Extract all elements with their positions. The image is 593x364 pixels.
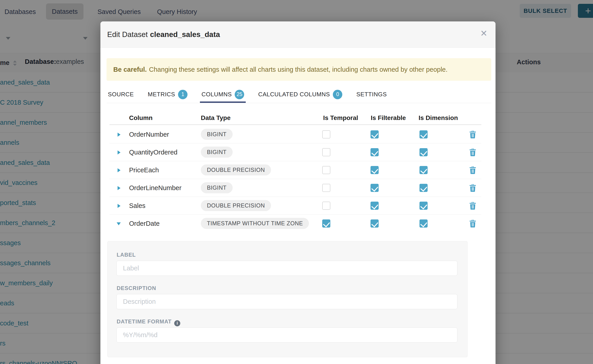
tab-label: SOURCE (108, 91, 134, 98)
tab-columns[interactable]: COLUMNS 25 (202, 86, 244, 103)
warning-text: Changing these settings will affect all … (149, 66, 448, 73)
close-icon[interactable]: ✕ (480, 29, 488, 38)
column-name: Sales (129, 197, 145, 214)
data-type-pill: BIGINT (201, 147, 233, 158)
data-type-pill: BIGINT (201, 182, 233, 193)
warning-bold-text: Be careful. (113, 66, 147, 73)
delete-column-icon[interactable] (469, 130, 476, 138)
data-type-pill: DOUBLE PRECISION (201, 200, 271, 211)
column-row-priceeach: PriceEach DOUBLE PRECISION (109, 161, 481, 179)
modal-header: Edit Dataset cleaned_sales_data ✕ (100, 21, 495, 48)
is-filterable-checkbox[interactable] (370, 184, 379, 192)
metrics-count-badge: 1 (178, 90, 188, 99)
column-name: QuantityOrdered (129, 143, 177, 161)
is-dimension-header: Is Dimension (419, 114, 458, 122)
is-dimension-checkbox[interactable] (420, 184, 428, 192)
tab-label: CALCULATED COLUMNS (258, 91, 330, 98)
column-name: PriceEach (129, 161, 159, 179)
tab-calculated-columns[interactable]: CALCULATED COLUMNS 0 (258, 86, 342, 103)
column-detail-panel: LABEL DESCRIPTION DATETIME FORMATi (107, 241, 468, 357)
modal-tabs: SOURCE METRICS 1 COLUMNS 25 CALCULATED C… (108, 86, 387, 103)
expand-caret-icon[interactable] (118, 133, 120, 137)
modal-title-prefix: Edit Dataset (107, 30, 148, 39)
is-filterable-header: Is Filterable (371, 114, 406, 122)
column-row-orderlinenumber: OrderLineNumber BIGINT (109, 179, 481, 197)
is-temporal-checkbox[interactable] (322, 166, 330, 174)
is-dimension-checkbox[interactable] (420, 148, 428, 156)
label-field-label: LABEL (117, 252, 136, 258)
description-field-label: DESCRIPTION (117, 285, 156, 291)
edit-dataset-modal: Edit Dataset cleaned_sales_data ✕ Be car… (100, 21, 495, 364)
is-dimension-checkbox[interactable] (420, 130, 428, 138)
delete-column-icon[interactable] (469, 148, 476, 156)
columns-table: OrderNumber BIGINT QuantityOrdered BIGIN… (109, 126, 481, 232)
is-temporal-checkbox[interactable] (322, 148, 330, 156)
is-dimension-checkbox[interactable] (420, 166, 428, 174)
column-row-sales: Sales DOUBLE PRECISION (109, 197, 481, 215)
columns-count-badge: 25 (235, 90, 244, 99)
app-screen: Databases Datasets Saved Queries Query H… (0, 0, 593, 364)
column-row-orderdate-expanded: OrderDate TIMESTAMP WITHOUT TIME ZONE (109, 215, 481, 232)
modal-title: Edit Dataset cleaned_sales_data (107, 21, 220, 47)
table-header-border (109, 124, 481, 125)
modal-title-dataset-name: cleaned_sales_data (150, 30, 220, 39)
expand-caret-icon[interactable] (118, 204, 120, 208)
is-dimension-checkbox[interactable] (420, 202, 428, 210)
expand-caret-icon[interactable] (118, 168, 120, 172)
is-filterable-checkbox[interactable] (370, 148, 379, 156)
tab-metrics[interactable]: METRICS 1 (148, 86, 188, 103)
label-input[interactable] (116, 261, 457, 276)
is-temporal-checkbox[interactable] (322, 220, 330, 228)
data-type-pill: TIMESTAMP WITHOUT TIME ZONE (201, 218, 309, 229)
is-filterable-checkbox[interactable] (370, 202, 379, 210)
delete-column-icon[interactable] (469, 220, 476, 228)
is-filterable-checkbox[interactable] (370, 130, 379, 138)
data-type-header: Data Type (201, 114, 231, 122)
column-name: OrderLineNumber (129, 179, 181, 197)
column-row-quantityordered: QuantityOrdered BIGINT (109, 143, 481, 161)
is-temporal-header: Is Temporal (323, 114, 358, 122)
tab-label: COLUMNS (202, 91, 232, 98)
collapse-caret-icon[interactable] (117, 222, 121, 225)
column-header: Column (129, 114, 152, 122)
data-type-pill: BIGINT (201, 129, 233, 140)
is-temporal-checkbox[interactable] (322, 202, 330, 210)
data-type-pill: DOUBLE PRECISION (201, 164, 271, 176)
tab-label: SETTINGS (356, 91, 387, 98)
column-name: OrderDate (129, 215, 159, 232)
expand-caret-icon[interactable] (118, 186, 120, 190)
is-dimension-checkbox[interactable] (420, 220, 428, 228)
warning-banner: Be careful. Changing these settings will… (106, 58, 491, 81)
delete-column-icon[interactable] (469, 166, 476, 174)
tabs-divider (107, 103, 491, 103)
description-input[interactable] (116, 294, 457, 309)
datetime-format-label-text: DATETIME FORMAT (117, 318, 171, 325)
datetime-format-field-label: DATETIME FORMATi (117, 318, 180, 326)
delete-column-icon[interactable] (469, 202, 476, 210)
expand-caret-icon[interactable] (118, 150, 120, 155)
is-temporal-checkbox[interactable] (322, 184, 330, 192)
is-filterable-checkbox[interactable] (370, 220, 379, 228)
calculated-columns-count-badge: 0 (333, 90, 342, 99)
is-filterable-checkbox[interactable] (370, 166, 379, 174)
column-name: OrderNumber (129, 126, 169, 143)
column-row-ordernumber: OrderNumber BIGINT (109, 126, 481, 143)
tab-label: METRICS (148, 91, 175, 98)
delete-column-icon[interactable] (469, 184, 476, 192)
info-icon[interactable]: i (174, 320, 180, 326)
is-temporal-checkbox[interactable] (322, 130, 330, 138)
tab-settings[interactable]: SETTINGS (356, 86, 387, 103)
tab-source[interactable]: SOURCE (108, 86, 134, 103)
datetime-format-input[interactable] (116, 327, 457, 343)
